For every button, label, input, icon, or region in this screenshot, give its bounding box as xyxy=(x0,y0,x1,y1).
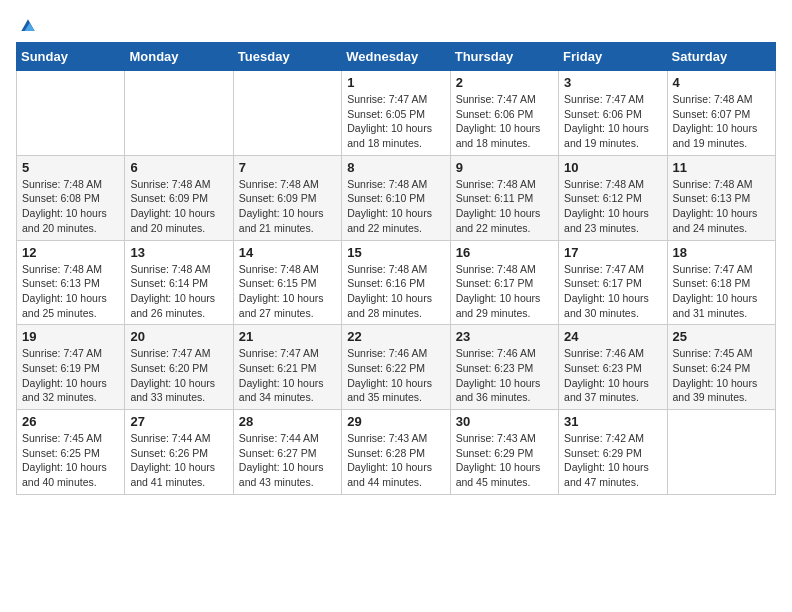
weekday-header-thursday: Thursday xyxy=(450,43,558,71)
calendar-cell: 24Sunrise: 7:46 AMSunset: 6:23 PMDayligh… xyxy=(559,325,667,410)
day-number: 21 xyxy=(239,329,336,344)
day-number: 18 xyxy=(673,245,770,260)
calendar-cell: 29Sunrise: 7:43 AMSunset: 6:28 PMDayligh… xyxy=(342,410,450,495)
calendar-cell: 22Sunrise: 7:46 AMSunset: 6:22 PMDayligh… xyxy=(342,325,450,410)
day-info: Sunrise: 7:45 AMSunset: 6:25 PMDaylight:… xyxy=(22,431,119,490)
calendar-cell: 8Sunrise: 7:48 AMSunset: 6:10 PMDaylight… xyxy=(342,155,450,240)
calendar-cell: 5Sunrise: 7:48 AMSunset: 6:08 PMDaylight… xyxy=(17,155,125,240)
day-number: 20 xyxy=(130,329,227,344)
day-number: 19 xyxy=(22,329,119,344)
day-number: 4 xyxy=(673,75,770,90)
day-info: Sunrise: 7:47 AMSunset: 6:17 PMDaylight:… xyxy=(564,262,661,321)
day-info: Sunrise: 7:47 AMSunset: 6:05 PMDaylight:… xyxy=(347,92,444,151)
weekday-header-monday: Monday xyxy=(125,43,233,71)
calendar-cell: 16Sunrise: 7:48 AMSunset: 6:17 PMDayligh… xyxy=(450,240,558,325)
day-info: Sunrise: 7:47 AMSunset: 6:18 PMDaylight:… xyxy=(673,262,770,321)
calendar-cell: 11Sunrise: 7:48 AMSunset: 6:13 PMDayligh… xyxy=(667,155,775,240)
calendar-cell: 7Sunrise: 7:48 AMSunset: 6:09 PMDaylight… xyxy=(233,155,341,240)
calendar-cell xyxy=(17,71,125,156)
calendar-cell: 2Sunrise: 7:47 AMSunset: 6:06 PMDaylight… xyxy=(450,71,558,156)
day-number: 27 xyxy=(130,414,227,429)
calendar-week-1: 1Sunrise: 7:47 AMSunset: 6:05 PMDaylight… xyxy=(17,71,776,156)
day-info: Sunrise: 7:48 AMSunset: 6:12 PMDaylight:… xyxy=(564,177,661,236)
calendar-cell: 18Sunrise: 7:47 AMSunset: 6:18 PMDayligh… xyxy=(667,240,775,325)
day-info: Sunrise: 7:46 AMSunset: 6:23 PMDaylight:… xyxy=(456,346,553,405)
day-info: Sunrise: 7:48 AMSunset: 6:09 PMDaylight:… xyxy=(130,177,227,236)
day-info: Sunrise: 7:42 AMSunset: 6:29 PMDaylight:… xyxy=(564,431,661,490)
calendar-cell: 13Sunrise: 7:48 AMSunset: 6:14 PMDayligh… xyxy=(125,240,233,325)
day-number: 23 xyxy=(456,329,553,344)
calendar-cell xyxy=(667,410,775,495)
day-number: 12 xyxy=(22,245,119,260)
day-info: Sunrise: 7:46 AMSunset: 6:22 PMDaylight:… xyxy=(347,346,444,405)
day-info: Sunrise: 7:48 AMSunset: 6:08 PMDaylight:… xyxy=(22,177,119,236)
calendar-cell: 14Sunrise: 7:48 AMSunset: 6:15 PMDayligh… xyxy=(233,240,341,325)
calendar-cell: 9Sunrise: 7:48 AMSunset: 6:11 PMDaylight… xyxy=(450,155,558,240)
calendar-week-5: 26Sunrise: 7:45 AMSunset: 6:25 PMDayligh… xyxy=(17,410,776,495)
weekday-header-friday: Friday xyxy=(559,43,667,71)
day-number: 10 xyxy=(564,160,661,175)
day-number: 11 xyxy=(673,160,770,175)
day-number: 25 xyxy=(673,329,770,344)
day-info: Sunrise: 7:48 AMSunset: 6:09 PMDaylight:… xyxy=(239,177,336,236)
day-info: Sunrise: 7:44 AMSunset: 6:26 PMDaylight:… xyxy=(130,431,227,490)
calendar-cell: 6Sunrise: 7:48 AMSunset: 6:09 PMDaylight… xyxy=(125,155,233,240)
calendar-cell: 30Sunrise: 7:43 AMSunset: 6:29 PMDayligh… xyxy=(450,410,558,495)
calendar-cell: 21Sunrise: 7:47 AMSunset: 6:21 PMDayligh… xyxy=(233,325,341,410)
calendar-cell: 17Sunrise: 7:47 AMSunset: 6:17 PMDayligh… xyxy=(559,240,667,325)
day-number: 24 xyxy=(564,329,661,344)
day-number: 13 xyxy=(130,245,227,260)
weekday-header-sunday: Sunday xyxy=(17,43,125,71)
calendar-body: 1Sunrise: 7:47 AMSunset: 6:05 PMDaylight… xyxy=(17,71,776,495)
day-info: Sunrise: 7:47 AMSunset: 6:06 PMDaylight:… xyxy=(564,92,661,151)
day-number: 2 xyxy=(456,75,553,90)
calendar-cell: 20Sunrise: 7:47 AMSunset: 6:20 PMDayligh… xyxy=(125,325,233,410)
logo xyxy=(16,16,38,32)
day-number: 9 xyxy=(456,160,553,175)
day-number: 31 xyxy=(564,414,661,429)
calendar-cell: 27Sunrise: 7:44 AMSunset: 6:26 PMDayligh… xyxy=(125,410,233,495)
header xyxy=(16,16,776,32)
day-info: Sunrise: 7:47 AMSunset: 6:06 PMDaylight:… xyxy=(456,92,553,151)
day-info: Sunrise: 7:47 AMSunset: 6:21 PMDaylight:… xyxy=(239,346,336,405)
day-info: Sunrise: 7:48 AMSunset: 6:13 PMDaylight:… xyxy=(673,177,770,236)
calendar-cell: 19Sunrise: 7:47 AMSunset: 6:19 PMDayligh… xyxy=(17,325,125,410)
day-number: 30 xyxy=(456,414,553,429)
calendar-cell: 15Sunrise: 7:48 AMSunset: 6:16 PMDayligh… xyxy=(342,240,450,325)
day-info: Sunrise: 7:48 AMSunset: 6:16 PMDaylight:… xyxy=(347,262,444,321)
calendar-cell xyxy=(233,71,341,156)
day-number: 6 xyxy=(130,160,227,175)
day-info: Sunrise: 7:48 AMSunset: 6:13 PMDaylight:… xyxy=(22,262,119,321)
day-number: 28 xyxy=(239,414,336,429)
day-number: 16 xyxy=(456,245,553,260)
calendar-cell: 1Sunrise: 7:47 AMSunset: 6:05 PMDaylight… xyxy=(342,71,450,156)
day-number: 1 xyxy=(347,75,444,90)
day-info: Sunrise: 7:48 AMSunset: 6:11 PMDaylight:… xyxy=(456,177,553,236)
day-number: 8 xyxy=(347,160,444,175)
calendar-cell: 10Sunrise: 7:48 AMSunset: 6:12 PMDayligh… xyxy=(559,155,667,240)
day-info: Sunrise: 7:48 AMSunset: 6:15 PMDaylight:… xyxy=(239,262,336,321)
calendar-week-3: 12Sunrise: 7:48 AMSunset: 6:13 PMDayligh… xyxy=(17,240,776,325)
day-info: Sunrise: 7:44 AMSunset: 6:27 PMDaylight:… xyxy=(239,431,336,490)
weekday-header-wednesday: Wednesday xyxy=(342,43,450,71)
weekday-header-tuesday: Tuesday xyxy=(233,43,341,71)
day-number: 14 xyxy=(239,245,336,260)
calendar-header-row: SundayMondayTuesdayWednesdayThursdayFrid… xyxy=(17,43,776,71)
day-info: Sunrise: 7:47 AMSunset: 6:20 PMDaylight:… xyxy=(130,346,227,405)
day-info: Sunrise: 7:48 AMSunset: 6:10 PMDaylight:… xyxy=(347,177,444,236)
day-number: 26 xyxy=(22,414,119,429)
calendar-cell: 12Sunrise: 7:48 AMSunset: 6:13 PMDayligh… xyxy=(17,240,125,325)
day-info: Sunrise: 7:48 AMSunset: 6:14 PMDaylight:… xyxy=(130,262,227,321)
calendar-week-2: 5Sunrise: 7:48 AMSunset: 6:08 PMDaylight… xyxy=(17,155,776,240)
day-info: Sunrise: 7:45 AMSunset: 6:24 PMDaylight:… xyxy=(673,346,770,405)
calendar-week-4: 19Sunrise: 7:47 AMSunset: 6:19 PMDayligh… xyxy=(17,325,776,410)
logo-icon xyxy=(18,16,38,36)
day-number: 15 xyxy=(347,245,444,260)
calendar-cell: 23Sunrise: 7:46 AMSunset: 6:23 PMDayligh… xyxy=(450,325,558,410)
day-number: 29 xyxy=(347,414,444,429)
calendar-cell: 25Sunrise: 7:45 AMSunset: 6:24 PMDayligh… xyxy=(667,325,775,410)
calendar: SundayMondayTuesdayWednesdayThursdayFrid… xyxy=(16,42,776,495)
day-info: Sunrise: 7:43 AMSunset: 6:28 PMDaylight:… xyxy=(347,431,444,490)
day-info: Sunrise: 7:43 AMSunset: 6:29 PMDaylight:… xyxy=(456,431,553,490)
calendar-cell: 3Sunrise: 7:47 AMSunset: 6:06 PMDaylight… xyxy=(559,71,667,156)
